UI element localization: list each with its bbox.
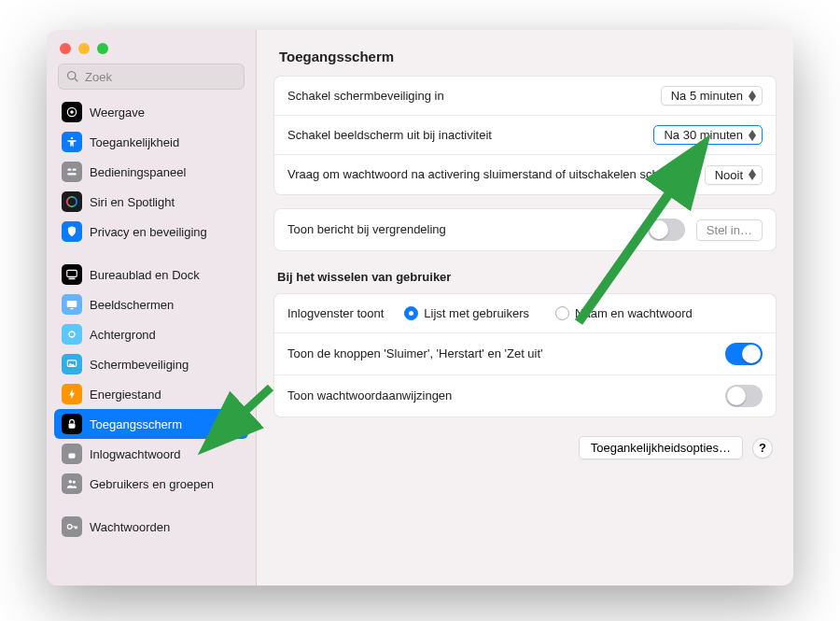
user-switching-section-title: Bij het wisselen van gebruiker bbox=[273, 264, 777, 293]
chevron-updown-icon bbox=[749, 169, 756, 180]
sidebar-item-label: Schermbeveiliging bbox=[90, 358, 189, 372]
login-window-opt1-label: Lijst met gebruikers bbox=[424, 306, 529, 320]
show-buttons-label: Toon de knoppen 'Sluimer', 'Herstart' en… bbox=[287, 346, 714, 362]
password-hints-row: Toon wachtwoordaanwijzingen bbox=[274, 375, 776, 416]
page-title: Toegangsscherm bbox=[257, 30, 793, 76]
help-button[interactable]: ? bbox=[752, 438, 773, 459]
sidebar-item-privacy[interactable]: Privacy en beveiliging bbox=[54, 217, 248, 247]
sidebar-item-screensaver[interactable]: Schermbeveiliging bbox=[54, 349, 248, 379]
weergave-icon bbox=[62, 102, 82, 122]
chevron-updown-icon bbox=[749, 130, 756, 141]
search-placeholder: Zoek bbox=[85, 70, 112, 84]
svg-rect-4 bbox=[73, 169, 77, 171]
svg-point-11 bbox=[69, 332, 75, 337]
window-controls bbox=[47, 30, 256, 64]
password-icon bbox=[62, 444, 82, 464]
sidebar-item-accessibility[interactable]: Toegankelijkheid bbox=[54, 127, 248, 157]
lock-message-group: Toon bericht bij vergrendeling Stel in… bbox=[273, 208, 777, 251]
chevron-updown-icon bbox=[749, 91, 756, 102]
screensaver-value: Na 5 minuten bbox=[671, 89, 743, 103]
control-center-icon bbox=[62, 162, 82, 182]
svg-point-16 bbox=[69, 480, 73, 484]
sidebar-item-wallpaper[interactable]: Achtergrond bbox=[54, 319, 248, 349]
svg-point-15 bbox=[71, 455, 73, 457]
require-password-value: Nooit bbox=[715, 168, 743, 182]
sidebar-item-battery[interactable]: Energiestand bbox=[54, 379, 248, 409]
sidebar-item-label: Bureaublad en Dock bbox=[90, 268, 200, 282]
sidebar-list: WeergaveToegankelijkheidBedieningspaneel… bbox=[47, 97, 256, 586]
privacy-icon bbox=[62, 221, 82, 242]
lock-icon bbox=[62, 414, 82, 434]
screensaver-row: Schakel schermbeveiliging in Na 5 minute… bbox=[274, 77, 776, 116]
svg-rect-5 bbox=[67, 173, 76, 175]
sidebar-item-displays[interactable]: Beeldschermen bbox=[54, 289, 248, 319]
svg-point-1 bbox=[70, 110, 74, 114]
sidebar: Zoek WeergaveToegankelijkheidBedieningsp… bbox=[47, 30, 257, 586]
screensaver-icon bbox=[62, 354, 82, 374]
sidebar-item-label: Beeldschermen bbox=[90, 298, 174, 312]
svg-point-18 bbox=[67, 525, 72, 529]
svg-point-2 bbox=[71, 137, 73, 139]
zoom-window-button[interactable] bbox=[97, 43, 108, 54]
require-password-dropdown[interactable]: Nooit bbox=[705, 165, 763, 185]
sidebar-item-label: Achtergrond bbox=[90, 328, 156, 342]
sidebar-item-control-center[interactable]: Bedieningspaneel bbox=[54, 157, 248, 187]
main-panel: Toegangsscherm Schakel schermbeveiliging… bbox=[257, 30, 793, 586]
require-password-row: Vraag om wachtwoord na activering sluime… bbox=[274, 155, 776, 194]
sidebar-item-weergave[interactable]: Weergave bbox=[54, 97, 248, 127]
system-settings-window: Zoek WeergaveToegankelijkheidBedieningsp… bbox=[47, 30, 793, 586]
screensaver-dropdown[interactable]: Na 5 minuten bbox=[661, 86, 763, 106]
radio-checked-icon bbox=[404, 306, 418, 320]
sidebar-item-lock[interactable]: Toegangsscherm bbox=[54, 409, 248, 439]
display-off-value: Na 30 minuten bbox=[664, 128, 743, 142]
screensaver-label: Schakel schermbeveiliging in bbox=[287, 88, 650, 105]
sidebar-item-key[interactable]: Wachtwoorden bbox=[54, 512, 248, 542]
display-off-dropdown[interactable]: Na 30 minuten bbox=[653, 125, 763, 145]
sidebar-item-label: Energiestand bbox=[90, 388, 161, 402]
close-window-button[interactable] bbox=[60, 43, 71, 54]
sidebar-item-siri[interactable]: Siri en Spotlight bbox=[54, 187, 248, 217]
minimize-window-button[interactable] bbox=[78, 43, 90, 54]
password-hints-toggle[interactable] bbox=[725, 385, 763, 407]
search-icon bbox=[66, 70, 79, 83]
search-input[interactable]: Zoek bbox=[58, 64, 245, 90]
battery-icon bbox=[62, 384, 82, 404]
sidebar-item-label: Privacy en beveiliging bbox=[90, 225, 207, 239]
require-password-label: Vraag om wachtwoord na activering sluime… bbox=[287, 166, 693, 183]
footer-row: Toegankelijkheidsopties… ? bbox=[273, 430, 777, 459]
sidebar-item-label: Bedieningspaneel bbox=[90, 165, 186, 179]
show-buttons-row: Toon de knoppen 'Sluimer', 'Herstart' en… bbox=[274, 333, 776, 375]
users-icon bbox=[62, 473, 82, 494]
sidebar-item-dock[interactable]: Bureaublad en Dock bbox=[54, 260, 248, 289]
login-window-option-name-password[interactable]: Naam en wachtwoord bbox=[555, 306, 693, 320]
lock-message-set-button[interactable]: Stel in… bbox=[696, 219, 763, 241]
user-switching-group: Inlogvenster toont Lijst met gebruikers … bbox=[273, 293, 777, 417]
sidebar-item-label: Toegankelijkheid bbox=[90, 135, 179, 149]
show-buttons-toggle[interactable] bbox=[725, 343, 763, 365]
display-settings-group: Schakel schermbeveiliging in Na 5 minute… bbox=[273, 76, 777, 195]
siri-icon bbox=[62, 191, 82, 212]
svg-rect-9 bbox=[67, 301, 77, 307]
sidebar-item-label: Toegangsscherm bbox=[90, 417, 182, 431]
sidebar-item-password[interactable]: Inlogwachtwoord bbox=[54, 439, 248, 469]
svg-point-6 bbox=[67, 197, 77, 207]
svg-rect-13 bbox=[69, 423, 76, 428]
accessibility-options-button[interactable]: Toegankelijkheidsopties… bbox=[579, 436, 743, 459]
sidebar-item-label: Siri en Spotlight bbox=[90, 195, 175, 209]
password-hints-label: Toon wachtwoordaanwijzingen bbox=[287, 388, 714, 404]
key-icon bbox=[62, 516, 82, 537]
svg-rect-8 bbox=[69, 278, 76, 280]
lock-message-toggle[interactable] bbox=[648, 219, 685, 241]
sidebar-item-users[interactable]: Gebruikers en groepen bbox=[54, 469, 248, 499]
svg-rect-10 bbox=[70, 308, 74, 309]
sidebar-item-label: Inlogwachtwoord bbox=[90, 447, 181, 461]
login-window-option-list[interactable]: Lijst met gebruikers bbox=[404, 306, 529, 320]
sidebar-item-label: Weergave bbox=[90, 106, 145, 120]
wallpaper-icon bbox=[62, 324, 82, 345]
dock-icon bbox=[62, 264, 82, 285]
login-window-label: Inlogvenster toont bbox=[287, 305, 384, 322]
displays-icon bbox=[62, 294, 82, 315]
lock-message-row: Toon bericht bij vergrendeling Stel in… bbox=[274, 209, 776, 250]
svg-rect-7 bbox=[67, 270, 77, 276]
login-window-row: Inlogvenster toont Lijst met gebruikers … bbox=[274, 294, 776, 333]
